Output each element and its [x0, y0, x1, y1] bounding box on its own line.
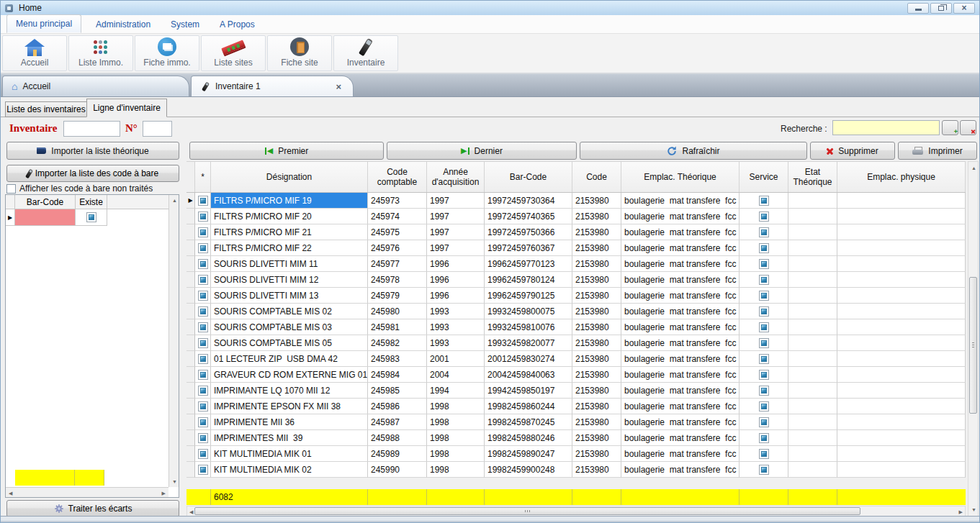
row-checkbox[interactable] — [198, 338, 208, 348]
row-check-cell[interactable] — [195, 462, 211, 478]
menu-item-system[interactable]: System — [161, 16, 210, 33]
cell-service[interactable] — [740, 193, 788, 209]
service-checkbox[interactable] — [759, 401, 769, 411]
cell-designation[interactable]: KIT MULTIMEDIA MIK 02 — [211, 462, 368, 478]
cell-emplac-theorique[interactable]: boulagerie mat transfere fcc — [621, 351, 740, 367]
cell-designation[interactable]: SOURIS DLIVETTI MIM 11 — [211, 256, 368, 272]
cell-emplac-theorique[interactable]: boulagerie mat transfere fcc — [621, 304, 740, 319]
barcode-grid-hscrollbar[interactable]: ◀ ▶ — [6, 487, 168, 497]
cell-bar-code[interactable]: 19932459800075 — [485, 304, 572, 319]
cell-code-comptable[interactable]: 245980 — [368, 304, 427, 319]
cell-annee[interactable]: 1997 — [427, 193, 485, 209]
cell-code[interactable]: 2153980 — [572, 224, 621, 240]
cell-code-comptable[interactable]: 245979 — [368, 288, 427, 304]
tab-inventaire-1[interactable]: Inventaire 1 × — [191, 76, 354, 96]
cell-designation[interactable]: IMPRIMENTE MII 36 — [211, 414, 368, 430]
cell-service[interactable] — [740, 446, 788, 462]
cell-emplac-theorique[interactable]: boulagerie mat transfere fcc — [621, 383, 740, 399]
cell-code[interactable]: 2153980 — [572, 319, 621, 335]
row-check-cell[interactable] — [195, 272, 211, 288]
cell-code-comptable[interactable]: 245982 — [368, 335, 427, 351]
cell-emplac-physique[interactable] — [837, 430, 966, 446]
cell-code[interactable]: 2153980 — [572, 288, 621, 304]
importer-codes-barre-button[interactable]: Importer la liste des code à bare — [6, 165, 179, 182]
row-check-cell[interactable] — [195, 399, 211, 414]
scroll-up-icon[interactable]: ▲ — [172, 198, 177, 203]
row-checkbox[interactable] — [198, 275, 208, 285]
scroll-down-icon[interactable]: ▼ — [971, 507, 976, 512]
table-row[interactable]: ▶ FILTRS P/MICRO MIF 19 245973 1997 1997… — [186, 193, 966, 209]
cell-bar-code[interactable]: 19932459820077 — [485, 335, 572, 351]
cell-annee[interactable]: 1998 — [427, 462, 485, 478]
cell-etat-theorique[interactable] — [788, 256, 837, 272]
cell-bar-code[interactable]: 19982459860244 — [485, 399, 572, 414]
cell-designation[interactable]: KIT MULTIMEDIA MIK 01 — [211, 446, 368, 462]
cell-designation[interactable]: SOURIS DLIVETTI MIM 12 — [211, 272, 368, 288]
cell-service[interactable] — [740, 351, 788, 367]
service-checkbox[interactable] — [759, 322, 769, 332]
row-check-cell[interactable] — [195, 288, 211, 304]
cell-designation[interactable]: GRAVEUR CD ROM EXTERNE MIG 01 — [211, 367, 368, 383]
cell-emplac-theorique[interactable]: boulagerie mat transfere fcc — [621, 430, 740, 446]
premier-button[interactable]: ◀ Premier — [189, 142, 384, 160]
cell-annee[interactable]: 2001 — [427, 351, 485, 367]
cell-emplac-theorique[interactable]: boulagerie mat transfere fcc — [621, 462, 740, 478]
cell-annee[interactable]: 2004 — [427, 367, 485, 383]
tab-close-icon[interactable]: × — [333, 81, 344, 92]
row-checkbox[interactable] — [198, 322, 208, 332]
row-checkbox[interactable] — [198, 243, 208, 253]
cell-emplac-physique[interactable] — [837, 414, 966, 430]
column-header-emplac-physique[interactable]: Emplac. physique — [837, 162, 966, 192]
cell-emplac-theorique[interactable]: boulagerie mat transfere fcc — [621, 414, 740, 430]
cell-code[interactable]: 2153980 — [572, 193, 621, 209]
row-checkbox[interactable] — [198, 354, 208, 364]
cell-etat-theorique[interactable] — [788, 224, 837, 240]
cell-code-comptable[interactable]: 245976 — [368, 240, 427, 256]
column-header-emplac-theorique[interactable]: Emplac. Théorique — [621, 162, 740, 192]
cell-service[interactable] — [740, 462, 788, 478]
table-row[interactable]: SOURIS DLIVETTI MIM 12 245978 1996 19962… — [186, 272, 966, 288]
table-row[interactable]: IMPRIMENTE EPSON FX MII 38 245986 1998 1… — [186, 399, 966, 414]
cell-designation[interactable]: SOURIS COMPTABLE MIS 03 — [211, 319, 368, 335]
cell-code[interactable]: 2153980 — [572, 430, 621, 446]
row-checkbox[interactable] — [198, 417, 208, 427]
cell-code-comptable[interactable]: 245974 — [368, 209, 427, 224]
cell-annee[interactable]: 1993 — [427, 304, 485, 319]
service-checkbox[interactable] — [759, 433, 769, 443]
row-check-cell[interactable] — [195, 224, 211, 240]
cell-designation[interactable]: FILTRS P/MICRO MIF 19 — [211, 193, 368, 209]
filter-add-button[interactable]: + — [942, 120, 958, 135]
service-checkbox[interactable] — [759, 275, 769, 285]
cell-etat-theorique[interactable] — [788, 319, 837, 335]
table-row[interactable]: IMPRIMANTE LQ 1070 MII 12 245985 1994 19… — [186, 383, 966, 399]
row-check-cell[interactable] — [195, 304, 211, 319]
scroll-left-icon[interactable]: ◀ — [189, 509, 193, 514]
barcode-cell[interactable] — [15, 209, 76, 226]
cell-bar-code[interactable]: 20012459830274 — [485, 351, 572, 367]
row-checkbox[interactable] — [198, 449, 208, 459]
inventaire-field[interactable] — [63, 121, 120, 137]
cell-service[interactable] — [740, 367, 788, 383]
cell-emplac-theorique[interactable]: boulagerie mat transfere fcc — [621, 256, 740, 272]
cell-code-comptable[interactable]: 245990 — [368, 462, 427, 478]
cell-code-comptable[interactable]: 245985 — [368, 383, 427, 399]
service-checkbox[interactable] — [759, 306, 769, 317]
cell-etat-theorique[interactable] — [788, 462, 837, 478]
cell-code-comptable[interactable]: 245987 — [368, 414, 427, 430]
cell-code-comptable[interactable]: 245975 — [368, 224, 427, 240]
table-row[interactable]: SOURIS COMPTABLE MIS 05 245982 1993 1993… — [186, 335, 966, 351]
cell-service[interactable] — [740, 256, 788, 272]
scroll-down-icon[interactable]: ▼ — [172, 479, 177, 484]
cell-emplac-physique[interactable] — [837, 367, 966, 383]
cell-service[interactable] — [740, 288, 788, 304]
cell-designation[interactable]: IMPRIMANTE LQ 1070 MII 12 — [211, 383, 368, 399]
importer-liste-theorique-button[interactable]: Importer la liste théorique — [6, 142, 179, 160]
cell-service[interactable] — [740, 240, 788, 256]
cell-emplac-physique[interactable] — [837, 351, 966, 367]
row-checkbox[interactable] — [198, 433, 208, 443]
scroll-right-icon[interactable]: ▶ — [959, 509, 963, 514]
cell-etat-theorique[interactable] — [788, 367, 837, 383]
existe-cell[interactable] — [76, 209, 107, 226]
cell-etat-theorique[interactable] — [788, 209, 837, 224]
cell-service[interactable] — [740, 335, 788, 351]
